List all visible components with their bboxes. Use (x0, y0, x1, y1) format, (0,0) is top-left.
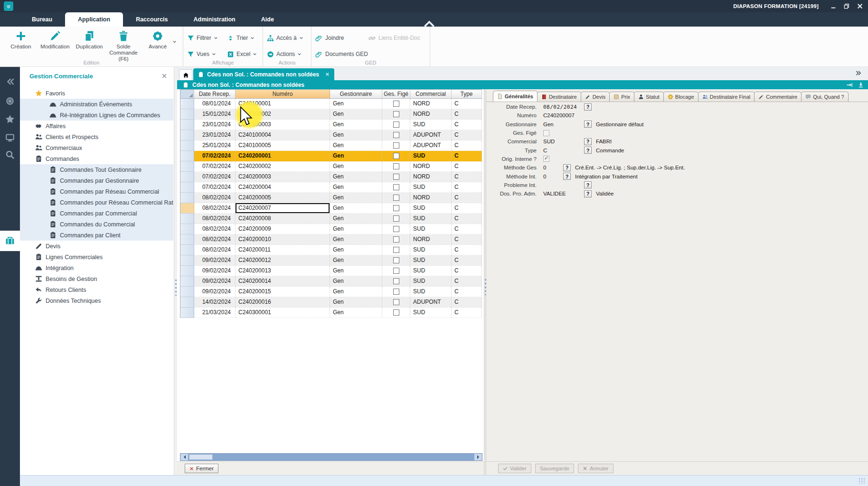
detail-tab[interactable]: Destinataire (537, 92, 581, 102)
help-lookup-button[interactable]: ? (563, 164, 571, 171)
cell-commercial[interactable]: NORD (410, 193, 452, 203)
cell-commercial[interactable]: SUD (410, 120, 452, 130)
ribbon-split-button[interactable]: Trier (227, 31, 263, 45)
cell-type[interactable]: C (452, 172, 482, 182)
cell-gestionnaire[interactable]: Gen (330, 172, 382, 182)
cell-type[interactable]: C (452, 193, 482, 203)
cell-numero[interactable]: C240200011 (236, 245, 330, 255)
cell-numero[interactable]: C240200001 (236, 151, 330, 161)
help-lookup-button[interactable]: ? (584, 190, 592, 197)
cell-commercial[interactable]: ADUPONT (410, 130, 452, 140)
tree-item[interactable]: Favoris (20, 88, 173, 99)
help-lookup-button[interactable]: ? (584, 121, 592, 128)
table-row[interactable]: 21/03/2024 C240300001 Gen SUD C (180, 308, 482, 318)
tree-item[interactable]: Commandes par Client (20, 230, 173, 241)
ribbon-button[interactable]: Joindre (315, 31, 368, 45)
expand-chevron-icon[interactable] (41, 102, 48, 107)
cell-commercial[interactable]: SUD (410, 203, 452, 214)
cell-type[interactable]: C (452, 109, 482, 120)
row-handle[interactable] (180, 276, 194, 287)
expand-chevron-icon[interactable] (41, 233, 48, 238)
tree-item[interactable]: Devis (20, 241, 173, 252)
help-lookup-button[interactable]: ? (584, 147, 592, 154)
cell-date[interactable]: 23/01/2024 (194, 120, 236, 130)
column-header-gesfige[interactable]: Ges. Figé (382, 89, 410, 99)
fermer-button[interactable]: Fermer (185, 464, 218, 473)
horizontal-scrollbar[interactable] (180, 453, 482, 461)
search-icon[interactable] (5, 150, 15, 159)
cell-date[interactable]: 25/01/2024 (194, 140, 236, 151)
field-checkbox[interactable] (543, 130, 549, 136)
cell-gestionnaire[interactable]: Gen (330, 203, 382, 214)
cell-type[interactable]: C (452, 130, 482, 140)
cell-numero[interactable]: C240100002 (236, 109, 330, 120)
table-row[interactable]: 15/01/2024 C240100002 Gen NORD C (180, 109, 482, 120)
ges-fige-checkbox[interactable] (393, 268, 399, 274)
cell-numero[interactable]: C240100001 (236, 99, 330, 109)
cell-commercial[interactable]: NORD (410, 161, 452, 172)
field-value[interactable]: SUD (543, 139, 584, 144)
row-handle[interactable] (180, 214, 194, 224)
detail-tab[interactable]: Qui, Quand ? (801, 92, 848, 102)
valider-button[interactable]: Valider (498, 464, 531, 473)
ges-fige-checkbox[interactable] (393, 299, 399, 305)
detail-tab[interactable]: Devis (581, 92, 610, 102)
table-row[interactable]: 08/02/2024 C240200005 Gen NORD C (180, 193, 482, 203)
ges-fige-checkbox[interactable] (393, 205, 399, 211)
tree-item[interactable]: Commandes (20, 153, 173, 164)
cell-type[interactable]: C (452, 99, 482, 109)
expand-chevron-icon[interactable] (41, 167, 48, 172)
ribbon-split-button[interactable]: Filtrer (187, 31, 227, 45)
help-lookup-button[interactable]: ? (563, 173, 571, 180)
cell-commercial[interactable]: SUD (410, 255, 452, 266)
cell-commercial[interactable]: SUD (410, 224, 452, 234)
ges-fige-checkbox[interactable] (393, 111, 399, 117)
cell-type[interactable]: C (452, 266, 482, 276)
tree-item[interactable]: Retours Clients (20, 284, 173, 295)
close-panel-icon[interactable] (161, 73, 167, 79)
document-tab-active[interactable]: Cdes non Sol. : Commandes non soldées (193, 68, 334, 80)
scroll-left-arrow[interactable] (180, 454, 188, 460)
ges-fige-checkbox[interactable] (393, 236, 399, 243)
column-header-gestionnaire[interactable]: Gestionnaire (330, 89, 382, 99)
cell-type[interactable]: C (452, 255, 482, 266)
expand-chevron-icon[interactable] (27, 91, 34, 96)
chevron-down-icon[interactable] (250, 36, 255, 40)
settings-wheel-icon[interactable] (5, 96, 15, 106)
table-row[interactable]: 08/02/2024 C240200011 Gen SUD C (180, 245, 482, 255)
tree-item[interactable]: Commandes pour Réseau Commercial Rattach… (20, 197, 173, 208)
cell-numero[interactable]: C240200005 (236, 193, 330, 203)
table-row[interactable]: 07/02/2024 C240200003 Gen NORD C (180, 172, 482, 182)
field-value[interactable]: 0 (543, 165, 563, 170)
table-row[interactable]: 07/02/2024 C240200002 Gen NORD C (180, 161, 482, 172)
ges-fige-checkbox[interactable] (393, 153, 399, 159)
detail-tab[interactable]: Blocage (663, 92, 698, 102)
cell-date[interactable]: 08/01/2024 (194, 99, 236, 109)
cell-date[interactable]: 09/02/2024 (194, 287, 236, 297)
ges-fige-checkbox[interactable] (393, 226, 399, 232)
home-tab[interactable] (179, 69, 192, 80)
cell-gestionnaire[interactable]: Gen (330, 245, 382, 255)
cell-gestionnaire[interactable]: Gen (330, 308, 382, 318)
tree-item[interactable]: Lignes Commerciales (20, 252, 173, 262)
cell-gestionnaire[interactable]: Gen (330, 130, 382, 140)
row-handle[interactable] (180, 266, 194, 276)
table-row[interactable]: 08/01/2024 C240100001 Gen NORD C (180, 99, 482, 109)
cell-commercial[interactable]: NORD (410, 234, 452, 245)
row-handle[interactable] (180, 120, 194, 130)
chevron-down-icon[interactable] (299, 36, 303, 40)
cell-type[interactable]: C (452, 182, 482, 193)
pin-column-icon[interactable] (846, 82, 853, 88)
cell-date[interactable]: 15/01/2024 (194, 109, 236, 120)
cell-gestionnaire[interactable]: Gen (330, 234, 382, 245)
row-handle[interactable] (180, 182, 194, 193)
chevron-down-icon[interactable] (212, 52, 216, 56)
detail-tab[interactable]: Destinataire Final (698, 92, 755, 102)
tree-item[interactable]: Commandes par Commercial (20, 208, 173, 219)
expand-chevron-icon[interactable] (41, 200, 48, 205)
ges-fige-checkbox[interactable] (393, 142, 399, 149)
cell-commercial[interactable]: ADUPONT (410, 140, 452, 151)
table-row[interactable]: 09/02/2024 C240200015 Gen SUD C (180, 287, 482, 297)
collapse-sidebar-icon[interactable] (5, 77, 15, 86)
expand-chevron-icon[interactable] (27, 298, 34, 303)
